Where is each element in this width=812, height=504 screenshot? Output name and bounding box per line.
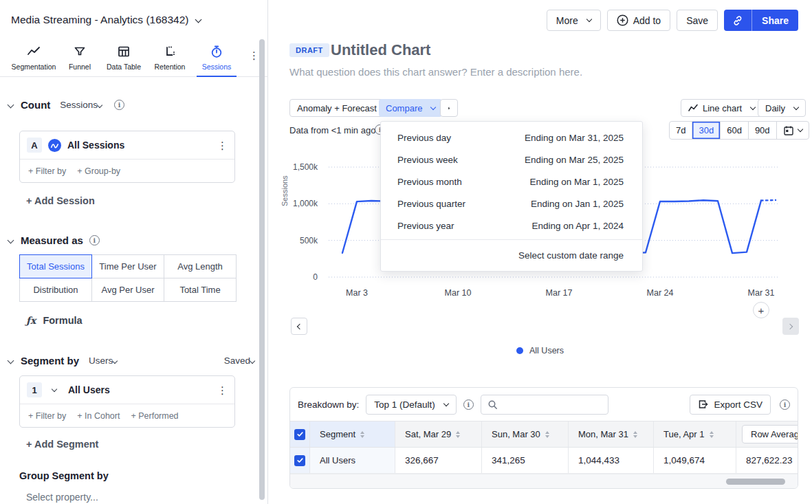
- sort-icon: [360, 431, 364, 438]
- more-button[interactable]: More: [547, 10, 601, 31]
- count-info-icon[interactable]: i: [114, 100, 124, 110]
- range-90d[interactable]: 90d: [749, 122, 777, 139]
- pan-left-button[interactable]: [291, 318, 307, 335]
- chevron-down-icon: [586, 17, 591, 22]
- x-axis-tick: Mar 31: [748, 288, 775, 298]
- tab-segmentation[interactable]: Segmentation: [7, 45, 61, 77]
- pan-right-button[interactable]: [782, 318, 799, 335]
- export-info-icon[interactable]: i: [780, 399, 790, 410]
- cell-segment[interactable]: All Users: [310, 448, 395, 473]
- range-60d[interactable]: 60d: [721, 122, 749, 139]
- chart-type-tabs: Segmentation Funnel Data Table Retention…: [0, 38, 268, 77]
- menu-item-previous-day[interactable]: Previous dayEnding on Mar 31, 2025: [381, 127, 642, 149]
- table-search-input[interactable]: [481, 395, 608, 415]
- measured-as-info-icon[interactable]: i: [89, 235, 100, 245]
- cell-row-average: 827,622.23: [736, 448, 798, 473]
- row-checkbox[interactable]: [290, 448, 310, 473]
- group-property-selector[interactable]: Select property...: [26, 492, 98, 503]
- link-icon: [732, 15, 743, 26]
- tab-label: Retention: [155, 63, 186, 71]
- compare-button[interactable]: Compare: [379, 99, 442, 117]
- chevron-down-icon: [250, 358, 255, 364]
- menu-item-previous-month[interactable]: Previous monthEnding on Mar 1, 2025: [381, 171, 642, 193]
- save-button[interactable]: Save: [677, 10, 718, 31]
- column-header-apr1[interactable]: Tue, Apr 1: [654, 421, 736, 447]
- column-header-segment[interactable]: Segment: [310, 421, 395, 447]
- chevron-down-icon: [430, 104, 436, 109]
- chart-description-placeholder[interactable]: What question does this chart answer? En…: [289, 66, 582, 78]
- group-by-button[interactable]: + Group-by: [77, 166, 120, 176]
- filter-by-button[interactable]: + Filter by: [28, 411, 66, 421]
- segment-expand-chevron[interactable]: [52, 386, 57, 391]
- copy-link-button[interactable]: [724, 10, 751, 31]
- line-chart-icon: [688, 104, 698, 112]
- filter-by-button[interactable]: + Filter by: [28, 166, 66, 176]
- search-field[interactable]: [503, 399, 599, 410]
- column-header-mar29[interactable]: Sat, Mar 29: [395, 421, 482, 447]
- tab-data-table[interactable]: Data Table: [99, 45, 149, 77]
- breakdown-info-icon[interactable]: i: [463, 399, 474, 410]
- chart-title[interactable]: Untitled Chart: [331, 41, 430, 59]
- column-header-mar30[interactable]: Sun, Mar 30: [482, 421, 569, 447]
- chart-type-selector[interactable]: Line chart: [681, 99, 762, 117]
- add-session-button[interactable]: + Add Session: [26, 195, 95, 206]
- header-actions: More Add to Save Share: [547, 10, 798, 31]
- top-n-selector[interactable]: Top 1 (Default): [366, 395, 457, 415]
- horizontal-scrollbar[interactable]: [726, 479, 785, 485]
- calendar-range-button[interactable]: [777, 122, 809, 139]
- option-total-time[interactable]: Total Time: [164, 278, 237, 302]
- data-table-icon: [117, 45, 131, 58]
- column-header-mar31[interactable]: Mon, Mar 31: [569, 421, 654, 447]
- export-csv-button[interactable]: Export CSV: [690, 395, 771, 415]
- add-to-button[interactable]: Add to: [607, 10, 670, 31]
- menu-item-previous-quarter[interactable]: Previous quarterEnding on Jan 1, 2025: [381, 193, 642, 215]
- count-event-type-selector[interactable]: Sessions: [60, 100, 102, 110]
- menu-item-custom-range[interactable]: Select custom date range: [381, 240, 642, 271]
- table-header-row: Segment Sat, Mar 29 Sun, Mar 30 Mon, Mar…: [290, 421, 798, 448]
- tab-sessions[interactable]: Sessions: [197, 45, 237, 77]
- range-30d[interactable]: 30d: [692, 122, 721, 139]
- formula-button[interactable]: ƒx Formula: [26, 315, 83, 326]
- collapse-chevron-icon[interactable]: [8, 102, 14, 109]
- chevron-down-icon: [195, 16, 201, 23]
- insights-bolt-button[interactable]: [440, 99, 458, 117]
- select-all-checkbox[interactable]: [290, 421, 310, 447]
- tab-label: Funnel: [69, 63, 91, 71]
- annotation-plus-button[interactable]: +: [753, 302, 769, 318]
- anomaly-forecast-button[interactable]: Anomaly + Forecast: [289, 99, 384, 117]
- range-7d[interactable]: 7d: [670, 122, 692, 139]
- chart-legend[interactable]: All Users: [282, 346, 798, 355]
- segment-card-menu[interactable]: ⋮: [217, 385, 228, 395]
- menu-item-previous-week[interactable]: Previous weekEnding on Mar 25, 2025: [381, 149, 642, 171]
- collapse-chevron-icon[interactable]: [8, 358, 14, 364]
- segment-badge: 1: [27, 382, 42, 397]
- row-average-button[interactable]: Row Average: [742, 425, 798, 443]
- check-icon: [296, 430, 304, 438]
- sidebar-scrollbar[interactable]: [259, 39, 265, 500]
- option-total-sessions[interactable]: Total Sessions: [19, 254, 92, 278]
- share-split-button: Share: [724, 10, 798, 31]
- chevron-down-icon: [793, 104, 799, 109]
- chevron-down-icon: [97, 102, 102, 108]
- option-avg-per-user[interactable]: Avg Per User: [91, 278, 164, 302]
- in-cohort-button[interactable]: + In Cohort: [77, 411, 120, 421]
- option-time-per-user[interactable]: Time Per User: [91, 254, 164, 278]
- project-selector[interactable]: Media Streaming - Analytics (168342): [11, 14, 201, 26]
- session-card-menu[interactable]: ⋮: [217, 140, 228, 151]
- segment-entity-selector[interactable]: Users: [89, 355, 117, 366]
- add-segment-button[interactable]: + Add Segment: [26, 439, 98, 450]
- tab-funnel[interactable]: Funnel: [61, 45, 99, 77]
- y-axis-tick: 500k: [300, 236, 318, 245]
- granularity-selector[interactable]: Daily: [758, 99, 806, 117]
- sessions-line-forecast: [761, 200, 776, 201]
- option-distribution[interactable]: Distribution: [19, 278, 92, 302]
- collapse-chevron-icon[interactable]: [8, 237, 14, 244]
- share-button[interactable]: Share: [752, 10, 798, 31]
- performed-button[interactable]: + Performed: [131, 411, 178, 421]
- tab-retention[interactable]: Retention: [149, 45, 191, 77]
- menu-item-previous-year[interactable]: Previous yearEnding on Apr 1, 2024: [381, 215, 642, 237]
- tabs-overflow-menu[interactable]: ⋮: [249, 45, 259, 61]
- saved-selector[interactable]: Saved: [224, 355, 254, 366]
- option-avg-length[interactable]: Avg Length: [164, 254, 237, 278]
- legend-label: All Users: [529, 346, 564, 355]
